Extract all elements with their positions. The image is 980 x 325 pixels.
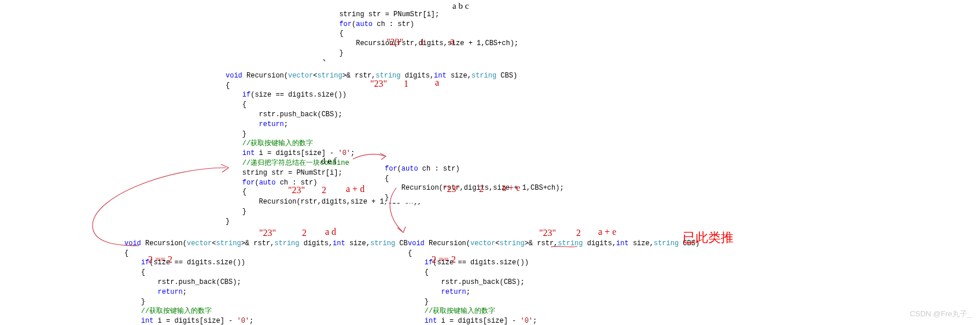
annotation-a: a xyxy=(435,77,439,88)
annotation-2: 2 xyxy=(322,185,326,195)
annotation-abc: a b c xyxy=(452,1,469,11)
annotation-23: "23" xyxy=(370,79,387,89)
code-line: if(size == digits.size()) xyxy=(408,258,529,267)
annotation-ad: a + d xyxy=(346,184,364,194)
code-line: for(auto ch : str) xyxy=(385,165,460,173)
code-line: { xyxy=(385,175,389,183)
code-line: rstr.push_back(CBS); xyxy=(124,278,241,286)
annotation-2: 2 xyxy=(302,228,307,238)
code-line: return; xyxy=(408,288,470,296)
code-line: return; xyxy=(124,288,187,296)
code-line: string str = PNumStr[i]; xyxy=(289,10,439,19)
annotation-23: "23" xyxy=(539,228,556,238)
code-line: } xyxy=(289,49,344,57)
code-block-1: string str = PNumStr[i]; for(auto ch : s… xyxy=(289,0,518,68)
annotation-ad: a d xyxy=(325,227,336,237)
annotation-a: a xyxy=(450,36,454,46)
code-line: for(auto ch : str) xyxy=(289,20,414,28)
code-line: } xyxy=(408,298,429,306)
annotation-22: 2 == 2 xyxy=(148,254,172,265)
annotation-23: "23" xyxy=(259,228,276,238)
annotation-2: 2 xyxy=(479,184,484,194)
code-block-3r: void Recursion(vector<string>& rstr,stri… xyxy=(408,229,699,325)
code-line: { xyxy=(124,268,145,276)
code-line: { xyxy=(408,249,412,257)
code-line: int i = digits[size] - '0'; xyxy=(408,317,537,325)
code-block-2r: for(auto ch : str) { Recursion(rstr,digi… xyxy=(385,154,564,203)
code-line: { xyxy=(226,101,246,109)
code-line: { xyxy=(289,29,344,38)
annotation-23: "23" xyxy=(386,37,403,47)
code-comment: //获取按键输入的数字 xyxy=(408,307,495,315)
code-line: if(size == digits.size()) xyxy=(124,258,245,267)
code-line: int i = digits[size] - '0'; xyxy=(124,317,253,325)
code-line: { xyxy=(408,268,429,276)
code-line: return; xyxy=(226,120,288,128)
code-line: rstr.push_back(CBS); xyxy=(226,110,342,119)
annotation-ae: a + e xyxy=(502,183,520,193)
code-comment: //获取按键输入的数字 xyxy=(226,139,313,147)
code-line: } xyxy=(226,130,246,138)
code-line: rstr.push_back(CBS); xyxy=(408,278,525,286)
code-line: } xyxy=(226,217,230,226)
annotation-1: 1 xyxy=(420,37,425,47)
code-line: Recursion(rstr,digits,size + 1,CBS+ch); xyxy=(385,184,564,192)
annotation-23: "23" xyxy=(288,185,305,195)
annotation-conclusion: 已此类推 xyxy=(683,229,734,246)
code-line: Recursion(rstr,digits,size + 1,CBS+ch); xyxy=(289,39,518,47)
annotation-22: 2 == 2 xyxy=(432,254,456,265)
code-line: if(size == digits.size()) xyxy=(226,91,347,99)
code-line: { xyxy=(124,249,128,257)
annotation-1: 1 xyxy=(404,79,408,89)
code-line: } xyxy=(226,208,246,216)
code-line: { xyxy=(226,188,246,196)
code-line: } xyxy=(124,298,145,306)
annotation-23: "23" xyxy=(443,184,460,194)
code-line: } xyxy=(385,194,389,202)
annotation-def: d e f xyxy=(321,156,337,166)
code-line: { xyxy=(226,82,230,90)
annotation-2: 2 xyxy=(576,228,581,238)
annotation-ae: a + e xyxy=(598,227,616,237)
code-line: void Recursion(vector<string>& rstr,stri… xyxy=(124,239,416,248)
code-comment: //获取按键输入的数字 xyxy=(124,307,212,315)
code-line: string str = PNumStr[i]; xyxy=(226,169,342,177)
code-block-3l: void Recursion(vector<string>& rstr,stri… xyxy=(124,229,416,325)
code-line: void Recursion(vector<string>& rstr,stri… xyxy=(408,239,699,248)
watermark: CSDN @Fre丸子_ xyxy=(910,309,971,319)
